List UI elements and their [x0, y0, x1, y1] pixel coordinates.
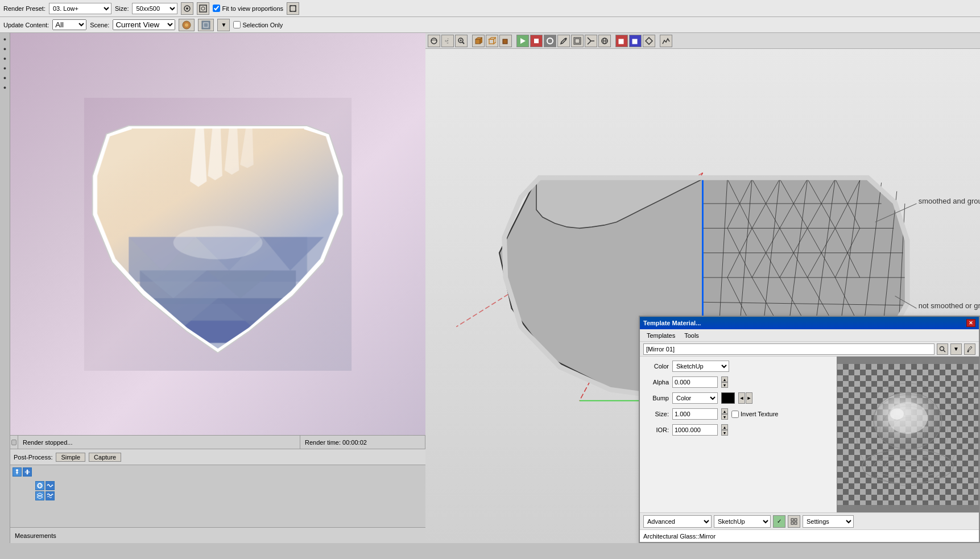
scene-dropdown-btn[interactable]: ▼: [217, 19, 230, 31]
rtb-orbit-icon[interactable]: [428, 35, 440, 47]
rtb-stop-icon[interactable]: [530, 35, 543, 47]
update-content-select[interactable]: All: [52, 19, 86, 30]
post-process-simple-btn[interactable]: Simple: [56, 453, 85, 462]
svg-marker-27: [37, 493, 43, 496]
scene-icon-btn2[interactable]: [198, 19, 214, 31]
tool-sphere-icon[interactable]: [35, 481, 44, 490]
svg-rect-45: [575, 39, 580, 43]
render-toolbar-row2: Update Content: All Scene: Current View …: [0, 17, 980, 33]
svg-point-21: [173, 226, 263, 259]
color-select[interactable]: SketchUp: [672, 361, 729, 372]
material-search-input[interactable]: [643, 343, 934, 355]
render-toolbar-row1: Render Preset: 03. Low+ Size: 50xx500 Fi…: [0, 0, 980, 17]
bump-color-swatch[interactable]: [721, 392, 735, 404]
scene-label: Scene:: [90, 22, 109, 28]
rtb-play-icon[interactable]: [516, 35, 529, 47]
3d-viewport[interactable]: smoothed and grouped not smoothed or gro…: [425, 49, 980, 543]
ior-down-btn[interactable]: ▼: [721, 430, 728, 436]
svg-marker-39: [494, 38, 496, 44]
side-icon-3: ●: [1, 55, 9, 63]
selection-only-checkbox[interactable]: [233, 21, 241, 28]
tool-group-2: [35, 481, 56, 500]
rtb-cube-solid-icon[interactable]: [472, 35, 485, 47]
sketchup-dropdown[interactable]: SketchUp: [714, 515, 771, 528]
tool-wave2-icon[interactable]: [46, 491, 55, 500]
render-preset-select[interactable]: 03. Low+: [49, 3, 111, 14]
tool-move-icon[interactable]: [23, 467, 32, 477]
eyedropper-icon-btn[interactable]: [964, 343, 975, 355]
alpha-down-btn[interactable]: ▼: [721, 382, 728, 388]
svg-point-22: [16, 469, 18, 471]
alpha-label: Alpha: [643, 379, 669, 386]
bottom-status-bar: Measurements: [10, 527, 425, 543]
ior-label: IOR:: [643, 427, 669, 433]
render-stopped-text: Render stopped...: [18, 436, 300, 449]
dialog-material-name-bar: Architectural Glass::Mirror: [640, 529, 979, 542]
render-icon-btn2[interactable]: [197, 2, 209, 15]
settings-dropdown[interactable]: Settings: [803, 515, 854, 528]
size-up-btn[interactable]: ▲: [721, 408, 728, 414]
checkmark-icon-btn[interactable]: ✓: [773, 515, 785, 528]
svg-rect-7: [202, 21, 210, 29]
rtb-pencil-icon[interactable]: [557, 35, 570, 47]
invert-texture-label: Invert Texture: [731, 411, 778, 418]
alpha-up-btn[interactable]: ▲: [721, 376, 728, 382]
dropdown-arrow-btn[interactable]: ▼: [950, 343, 962, 355]
scene-select[interactable]: Current View: [113, 19, 175, 30]
material-preview-area: [837, 357, 979, 512]
rtb-cube2-icon[interactable]: [499, 35, 512, 47]
fit-to-view-checkbox[interactable]: [213, 5, 220, 12]
side-icon-1: ●: [1, 35, 9, 43]
render-icon-btn1[interactable]: [181, 2, 193, 15]
search-icon-btn[interactable]: [937, 343, 948, 355]
rtb-graph-icon[interactable]: [660, 35, 672, 47]
bump-color-right[interactable]: ►: [746, 392, 752, 404]
color-field-row: Color SketchUp: [643, 360, 833, 372]
grid-icon-btn[interactable]: [788, 515, 800, 528]
tool-layers-icon[interactable]: [35, 491, 44, 500]
svg-rect-34: [475, 39, 480, 44]
svg-point-29: [431, 38, 437, 44]
fit-icon-btn[interactable]: [287, 2, 299, 15]
invert-texture-checkbox[interactable]: [731, 411, 739, 418]
capture-btn[interactable]: Capture: [89, 453, 121, 462]
rtb-layers-icon[interactable]: [571, 35, 584, 47]
render-time-display: Render time: 00:00:02: [300, 436, 425, 449]
rtb-render-icon[interactable]: [643, 35, 655, 47]
size-input[interactable]: [672, 408, 718, 420]
tool-group-1: [13, 467, 33, 477]
svg-marker-28: [37, 495, 43, 499]
scene-icon-btn1[interactable]: [179, 19, 195, 31]
bump-field-row: Bump Color ◄ ►: [643, 392, 833, 404]
menu-templates[interactable]: Templates: [642, 332, 680, 339]
ior-spinner: ▲ ▼: [721, 424, 728, 436]
advanced-dropdown[interactable]: Advanced: [643, 515, 712, 528]
svg-point-121: [890, 408, 904, 420]
bump-color-arrows: ◄ ►: [738, 392, 752, 404]
dialog-close-btn[interactable]: ✕: [966, 319, 975, 327]
tool-walk-icon[interactable]: [13, 467, 22, 477]
measurements-label: Measurements: [15, 532, 56, 539]
bump-color-left[interactable]: ◄: [738, 392, 745, 404]
rtb-sphere2-icon[interactable]: [598, 35, 611, 47]
rtb-blue-cube-icon[interactable]: [629, 35, 642, 47]
rtb-merge-icon[interactable]: [585, 35, 597, 47]
tool-wave-icon[interactable]: [46, 481, 55, 490]
ior-up-btn[interactable]: ▲: [721, 424, 728, 430]
left-panel: Render stopped... Render time: 00:00:02 …: [10, 33, 425, 543]
rtb-zoom-icon[interactable]: [455, 35, 468, 47]
rtb-pan-icon[interactable]: [441, 35, 454, 47]
right-panel: smoothed and grouped not smoothed or gro…: [425, 33, 980, 543]
rtb-red-cube-icon[interactable]: [615, 35, 628, 47]
alpha-input[interactable]: [672, 376, 718, 388]
menu-tools[interactable]: Tools: [680, 332, 704, 339]
size-select[interactable]: 50xx500: [132, 3, 177, 14]
rtb-cube-wire-icon[interactable]: [486, 35, 498, 47]
ior-input[interactable]: [672, 424, 718, 436]
rtb-circle-icon[interactable]: [544, 35, 556, 47]
color-label: Color: [643, 363, 669, 370]
svg-rect-124: [791, 522, 793, 524]
bump-select[interactable]: Color: [672, 392, 718, 404]
size-down-btn[interactable]: ▼: [721, 414, 728, 420]
ior-field-row: IOR: ▲ ▼: [643, 424, 833, 436]
